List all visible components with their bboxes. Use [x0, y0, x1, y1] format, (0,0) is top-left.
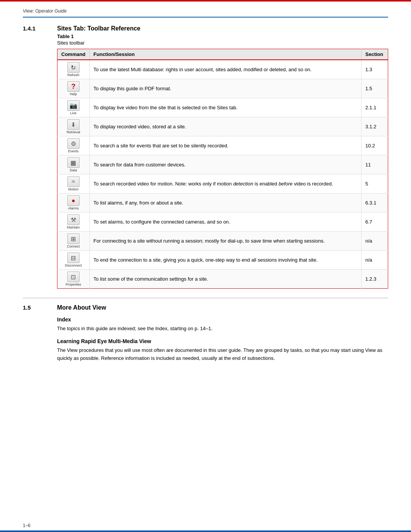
sec-cell: 3.1.2: [362, 117, 388, 136]
cmd-cell: ⚒ Maintain: [57, 212, 90, 232]
func-cell: To list some of the communication settin…: [89, 270, 361, 289]
bottom-blue-bar: [0, 530, 411, 532]
table-sublabel: Sites toolbar: [57, 40, 388, 46]
toolbar-table: Command Function/Session Section ↻ Refre…: [57, 49, 388, 289]
icon-box: ⚙: [67, 138, 80, 149]
icon-label: Refresh: [67, 73, 80, 77]
sec-cell: n/a: [362, 232, 388, 251]
icon-button: ▦ Data: [67, 157, 80, 172]
icon-button: ⊞ Connect: [67, 233, 80, 248]
icon-label: Properties: [65, 283, 81, 286]
icon-label: Disconnect: [65, 264, 82, 267]
icon-box: ⊟: [67, 252, 80, 263]
func-cell: To end the connection to a site, giving …: [89, 251, 361, 270]
table-row: ↻ Refresh To use the latest Multi databa…: [57, 60, 388, 79]
icon-button: ? Help: [67, 81, 80, 96]
table-row: ● Alarms To list alarms, if any, from or…: [57, 193, 388, 212]
table-row: ? Help To display this guide in PDF form…: [57, 79, 388, 98]
cmd-cell: ▦ Data: [57, 155, 90, 174]
func-cell: To display live video from the site that…: [89, 98, 361, 117]
cmd-cell: ● Alarms: [57, 193, 90, 212]
sec-cell: 11: [362, 155, 388, 174]
func-cell: To search a site for events that are set…: [89, 136, 361, 155]
icon-button: ● Alarms: [67, 195, 80, 210]
table-row: ⊞ Connect For connecting to a site witho…: [57, 232, 388, 251]
icon-button: ⊡ Properties: [65, 272, 81, 286]
table-row: ⊡ Properties To list some of the communi…: [57, 270, 388, 289]
icon-box: ⊞: [67, 233, 80, 244]
func-cell: For connecting to a site without running…: [89, 232, 361, 251]
sec-cell: n/a: [362, 251, 388, 270]
cmd-cell: 📷 Live: [57, 98, 90, 117]
breadcrumb-text: View: Operator Guide: [23, 8, 67, 14]
icon-button: ⬇ Retrieval: [67, 119, 80, 134]
icon-label: Retrieval: [67, 130, 80, 134]
icon-box: ?: [67, 81, 80, 92]
icon-box: ≈: [67, 176, 80, 187]
icon-button: ↻ Refresh: [67, 62, 80, 77]
icon-button: ⊟ Disconnect: [65, 252, 82, 267]
icon-label: Alarms: [68, 206, 79, 210]
func-cell: To search for data from customer devices…: [89, 155, 361, 174]
section-141: 1.4.1 Sites Tab: Toolbar Reference Table…: [23, 25, 388, 289]
func-cell: To use the latest Multi database: rights…: [89, 60, 361, 79]
sec-cell: 1.5: [362, 79, 388, 98]
sec-cell: 10.2: [362, 136, 388, 155]
page-number: 1–6: [23, 523, 30, 528]
sec-cell: 1.2.3: [362, 270, 388, 289]
learning-heading: Learning Rapid Eye Multi-Media View: [57, 338, 388, 344]
icon-box: ▦: [67, 157, 80, 168]
icon-button: 📷 Live: [67, 100, 80, 115]
sec-cell: 2.1.1: [362, 98, 388, 117]
icon-label: Connect: [67, 244, 80, 248]
icon-box: ⚒: [67, 214, 80, 225]
func-cell: To display this guide in PDF format.: [89, 79, 361, 98]
icon-box: ●: [67, 195, 80, 206]
icon-label: Motion: [68, 187, 78, 191]
icon-button: ⚙ Events: [67, 138, 80, 153]
func-cell: To search recorded video for motion. Not…: [89, 174, 361, 193]
icon-button: ⚒ Maintain: [67, 214, 80, 229]
col-command: Command: [57, 49, 90, 60]
icon-label: Maintain: [67, 225, 80, 229]
cmd-cell: ↻ Refresh: [57, 60, 90, 79]
table-row: ⚙ Events To search a site for events tha…: [57, 136, 388, 155]
cmd-cell: ⊡ Properties: [57, 270, 90, 289]
table-row: ≈ Motion To search recorded video for mo…: [57, 174, 388, 193]
section-15-title: More About View: [57, 304, 388, 311]
sec-cell: 6.3.1: [362, 193, 388, 212]
icon-box: 📷: [67, 100, 80, 111]
cmd-cell: ⚙ Events: [57, 136, 90, 155]
table-row: ⚒ Maintain To set alarms, to configure t…: [57, 212, 388, 232]
section-divider: [23, 298, 388, 298]
section-15: 1.5 More About View Index The topics in …: [23, 304, 388, 366]
section-number-15: 1.5: [23, 304, 46, 366]
icon-button: ≈ Motion: [67, 176, 80, 191]
table-row: ⬇ Retrieval To display recorded video, s…: [57, 117, 388, 136]
section-number-141: 1.4.1: [23, 25, 46, 289]
icon-label: Help: [70, 92, 77, 96]
table-row: 📷 Live To display live video from the si…: [57, 98, 388, 117]
icon-label: Events: [68, 149, 79, 153]
section-141-title: Sites Tab: Toolbar Reference: [57, 25, 388, 32]
func-cell: To display recorded video, stored at a s…: [89, 117, 361, 136]
cmd-cell: ⬇ Retrieval: [57, 117, 90, 136]
icon-box: ⊡: [67, 272, 80, 282]
col-section: Section: [362, 49, 388, 60]
icon-box: ↻: [67, 62, 80, 73]
table-row: ▦ Data To search for data from customer …: [57, 155, 388, 174]
sec-cell: 5: [362, 174, 388, 193]
sec-cell: 6.7: [362, 212, 388, 232]
sec-cell: 1.3: [362, 60, 388, 79]
cmd-cell: ≈ Motion: [57, 174, 90, 193]
func-cell: To list alarms, if any, from or about a …: [89, 193, 361, 212]
cmd-cell: ⊞ Connect: [57, 232, 90, 251]
icon-label: Live: [70, 111, 77, 115]
cmd-cell: ? Help: [57, 79, 90, 98]
icon-label: Data: [70, 168, 77, 172]
learning-text: The View procedures that you will use mo…: [57, 347, 388, 363]
table-label: Table 1: [57, 34, 388, 39]
cmd-cell: ⊟ Disconnect: [57, 251, 90, 270]
func-cell: To set alarms, to configure the connecte…: [89, 212, 361, 232]
col-function: Function/Session: [89, 49, 361, 60]
